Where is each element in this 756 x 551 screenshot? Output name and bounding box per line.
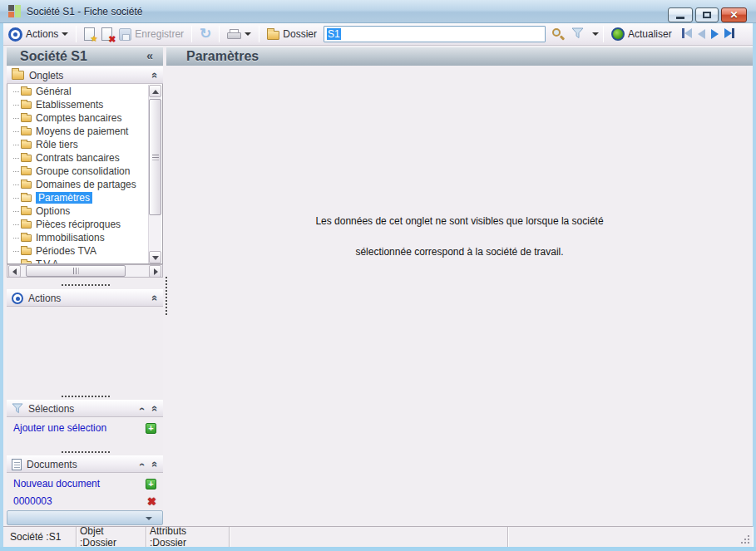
filter-icon[interactable] [571,27,584,42]
splitter-handle[interactable] [62,284,110,286]
new-record-button[interactable]: ★ [81,26,98,42]
vertical-scroll-thumb[interactable] [149,99,161,215]
new-document-plus-button[interactable]: + [146,479,156,490]
tree-item-tva[interactable]: T.V.A. [7,258,149,264]
tree-item-pieces-reciproques[interactable]: Pièces réciproques [7,218,149,231]
document-number-link[interactable]: 0000003 [13,495,52,507]
folder-icon [21,155,32,162]
scroll-down-button[interactable] [149,251,161,263]
section-header-onglets[interactable]: Onglets « [7,66,163,84]
toolbar-separator [603,26,604,42]
dossier-folder-icon [267,31,279,40]
onglets-tree: Général Etablissements Comptes bancaires… [7,84,163,264]
search-input[interactable]: S1 [324,26,546,42]
dossier-button[interactable]: Dossier [264,27,320,42]
tree-item-parametres-selected[interactable]: Paramètres [7,191,149,204]
collapse-section-icon[interactable]: « [149,295,161,301]
status-objet: Objet :Dossier [77,527,146,547]
toolbar-separator [219,26,220,42]
pin-section-icon[interactable]: ‹ [136,463,148,466]
toolbar-separator [76,26,77,42]
section-header-documents[interactable]: Documents ‹ « [7,455,163,473]
panel-splitter[interactable] [166,277,167,315]
status-empty-panel [508,527,753,547]
actions-target-icon[interactable] [8,27,22,42]
delete-record-button[interactable]: ✖ [98,26,116,42]
print-caret-icon [245,32,251,36]
tree-item-contrats-bancaires[interactable]: Contrats bancaires [7,151,149,165]
folder-icon [21,234,32,242]
maximize-button[interactable] [695,7,719,22]
tree-item-etablissements[interactable]: Etablissements [7,98,149,111]
delete-document-button[interactable]: ✖ [147,496,156,507]
add-selection-link[interactable]: Ajouter une sélection [13,422,106,434]
tree-horizontal-scrollbar[interactable] [7,264,163,278]
minimize-button[interactable] [668,7,693,22]
new-document-link[interactable]: Nouveau document [13,478,100,490]
selections-section-label: Sélections [28,403,74,415]
section-header-selections[interactable]: Sélections ‹ « [7,400,163,417]
selections-filter-icon [12,403,23,414]
tree-vertical-scrollbar[interactable] [148,85,161,263]
section-header-actions[interactable]: Actions « [7,289,163,307]
refresh-button[interactable]: ↻ [196,26,215,42]
document-row: 0000003 ✖ [7,493,163,509]
save-label: Enregistrer [135,28,184,40]
minimize-icon [676,17,684,19]
add-selection-plus-button[interactable]: + [146,423,156,434]
collapse-panel-icon[interactable]: « [146,49,153,62]
tree-item-options[interactable]: Options [7,204,149,218]
maximize-icon [703,12,711,18]
application-window: Société S1 - Fiche société ✕ Actions ★ ✖… [0,0,756,551]
search-icon[interactable] [552,28,565,41]
tree-item-immobilisations[interactable]: Immobilisations [7,231,149,244]
actualiser-button[interactable]: Actualiser [608,26,675,42]
collapse-section-icon[interactable]: « [149,406,161,411]
status-societe: Société :S1 [7,527,77,547]
tree-item-moyens-de-paiement[interactable]: Moyens de paiement [7,125,149,138]
toolbar-separator [191,26,192,42]
save-button[interactable]: Enregistrer [116,27,187,42]
collapsed-section-bar[interactable] [7,510,163,525]
scroll-left-button[interactable] [8,265,21,278]
print-button[interactable] [224,27,254,42]
close-icon: ✕ [722,9,746,21]
scroll-right-icon [154,268,158,275]
folder-icon [21,221,32,229]
scroll-down-icon [152,256,159,260]
pin-section-icon[interactable]: ‹ [136,407,148,411]
scroll-right-button[interactable] [149,265,161,278]
nav-first-button[interactable] [682,28,692,41]
new-record-icon: ★ [84,27,95,41]
nav-next-button[interactable] [711,29,719,39]
info-message-line1: Les données de cet onglet ne sont visibl… [166,215,753,227]
actions-menu-button[interactable]: Actions [22,27,72,42]
resize-grip[interactable] [748,542,749,544]
scroll-up-button[interactable] [149,85,161,97]
folder-icon [21,168,32,175]
tree-item-groupe-consolidation[interactable]: Groupe consolidation [7,165,149,178]
splitter-handle[interactable] [62,396,110,397]
filter-caret-icon[interactable] [592,32,599,36]
actions-section-label: Actions [28,293,61,304]
tree-item-domaines-de-partages[interactable]: Domaines de partages [7,178,149,191]
tree-item-comptes-bancaires[interactable]: Comptes bancaires [7,111,149,125]
save-icon [119,28,131,41]
expand-caret-icon [146,517,152,520]
search-value: S1 [327,28,341,40]
collapse-section-icon[interactable]: « [149,461,161,467]
splitter-handle[interactable] [62,451,110,453]
add-selection-row: Ajouter une sélection + [7,420,163,436]
tree-item-periodes-tva[interactable]: Périodes TVA [7,244,149,258]
collapse-section-icon[interactable]: « [149,72,161,78]
nav-previous-button[interactable] [698,29,705,39]
close-button[interactable]: ✕ [721,7,747,22]
nav-last-button[interactable] [724,28,734,41]
title-bar[interactable]: Société S1 - Fiche société ✕ [0,0,756,23]
tree-item-role-tiers[interactable]: Rôle tiers [7,138,149,151]
tree-item-general[interactable]: Général [7,85,149,98]
actualiser-label: Actualiser [628,28,672,40]
onglets-folder-icon [12,71,24,80]
actions-section-icon [12,293,23,304]
horizontal-scroll-thumb[interactable] [26,265,126,277]
